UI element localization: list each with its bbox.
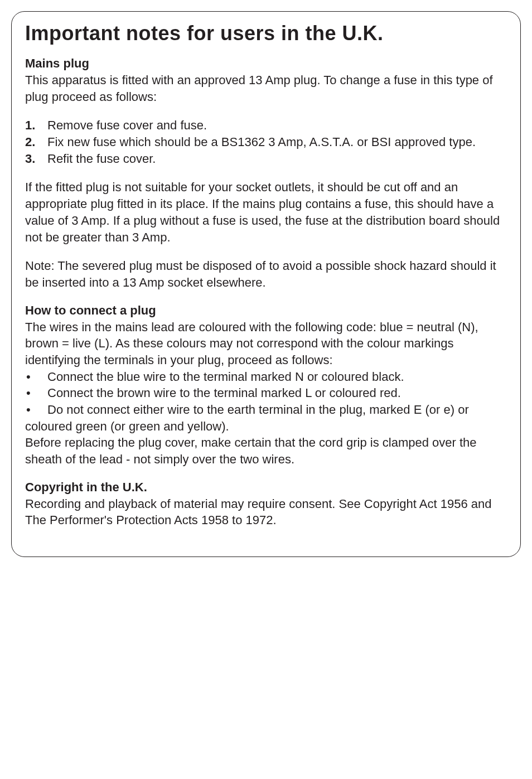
bullet-continuation: coloured green (or green and yellow). bbox=[25, 418, 507, 435]
step-text: Refit the fuse cover. bbox=[47, 151, 156, 167]
bullet-icon: • bbox=[25, 385, 47, 401]
fuse-step-1: 1. Remove fuse cover and fuse. bbox=[25, 117, 507, 134]
page-title: Important notes for users in the U.K. bbox=[25, 22, 507, 45]
step-number: 2. bbox=[25, 134, 47, 151]
bullet-icon: • bbox=[25, 401, 47, 418]
fuse-steps-list: 1. Remove fuse cover and fuse. 2. Fix ne… bbox=[25, 117, 507, 167]
mains-plug-note: Note: The severed plug must be disposed … bbox=[25, 258, 507, 291]
section-copyright: Copyright in the U.K. Recording and play… bbox=[25, 480, 507, 529]
bullet-icon: • bbox=[25, 369, 47, 385]
copyright-text: Recording and playback of material may r… bbox=[25, 496, 507, 529]
bullet-text: Do not connect either wire to the earth … bbox=[47, 401, 469, 418]
step-text: Remove fuse cover and fuse. bbox=[47, 117, 207, 134]
mains-plug-intro: This apparatus is fitted with an approve… bbox=[25, 72, 507, 105]
bullet-text: Connect the brown wire to the terminal m… bbox=[47, 385, 401, 401]
section-connect-plug: How to connect a plug The wires in the m… bbox=[25, 303, 507, 468]
step-number: 3. bbox=[25, 151, 47, 167]
connect-plug-bullets: • Connect the blue wire to the terminal … bbox=[25, 369, 507, 418]
section-mains-plug: Mains plug This apparatus is fitted with… bbox=[25, 56, 507, 291]
connect-plug-heading: How to connect a plug bbox=[25, 303, 507, 318]
list-item: • Do not connect either wire to the eart… bbox=[25, 401, 507, 418]
mains-plug-para1: If the fitted plug is not suitable for y… bbox=[25, 179, 507, 245]
document-frame: Important notes for users in the U.K. Ma… bbox=[11, 11, 521, 557]
fuse-step-2: 2. Fix new fuse which should be a BS1362… bbox=[25, 134, 507, 151]
step-number: 1. bbox=[25, 117, 47, 134]
mains-plug-heading: Mains plug bbox=[25, 56, 507, 71]
list-item: • Connect the brown wire to the terminal… bbox=[25, 385, 507, 401]
bullet-text: Connect the blue wire to the terminal ma… bbox=[47, 369, 404, 385]
step-text: Fix new fuse which should be a BS1362 3 … bbox=[47, 134, 476, 151]
list-item: • Connect the blue wire to the terminal … bbox=[25, 369, 507, 385]
connect-plug-outro: Before replacing the plug cover, make ce… bbox=[25, 434, 507, 467]
connect-plug-intro: The wires in the mains lead are coloured… bbox=[25, 319, 507, 369]
fuse-step-3: 3. Refit the fuse cover. bbox=[25, 151, 507, 167]
copyright-heading: Copyright in the U.K. bbox=[25, 480, 507, 495]
